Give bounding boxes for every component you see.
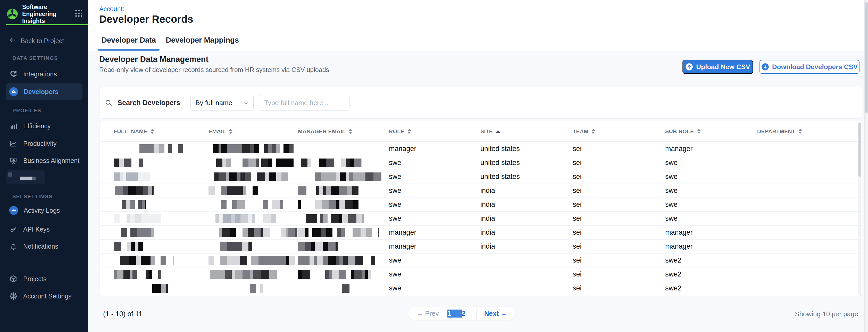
search-developers-label: Search Developers xyxy=(118,99,180,107)
page-2-button[interactable]: 2 xyxy=(462,309,476,317)
download-developers-csv-button[interactable]: Download Developers CSV xyxy=(760,60,860,74)
section-title: Developer Data Management xyxy=(99,55,209,64)
tab-developer-data[interactable]: Developer Data xyxy=(98,30,159,51)
table-scrollbar[interactable] xyxy=(858,121,861,295)
cell-full_name xyxy=(114,144,209,153)
activity-pulse-icon xyxy=(9,206,18,215)
cell-full_name xyxy=(114,186,209,195)
business-alignment-icon xyxy=(9,157,18,165)
redacted-manager_email xyxy=(298,270,371,279)
table-row: sweindiaseiswe xyxy=(99,197,862,212)
sidebar-item-projects[interactable]: Projects xyxy=(6,272,83,286)
cell-team: sei xyxy=(572,173,665,181)
app-title: Software Engineering Insights xyxy=(22,4,78,25)
upload-circle-icon xyxy=(685,63,693,71)
table-scrollbar-thumb[interactable] xyxy=(859,122,861,177)
sidebar-item-efficiency[interactable]: Efficiency xyxy=(6,119,83,133)
cell-full_name xyxy=(114,284,209,293)
column-header-team[interactable]: TEAM xyxy=(572,128,665,135)
sidebar-item-developers[interactable]: Developers xyxy=(6,83,83,100)
sidebar-item-redacted[interactable] xyxy=(6,170,45,184)
sidebar-item-business-alignment[interactable]: Business Alignment xyxy=(6,154,83,168)
sidebar-item-notifications[interactable]: Notifications xyxy=(6,239,83,253)
sidebar-item-activity-logs[interactable]: Activity Logs xyxy=(6,203,83,218)
cell-role: swe xyxy=(389,173,480,181)
column-header-email[interactable]: EMAIL xyxy=(209,128,298,135)
cell-team: sei xyxy=(572,215,665,223)
search-input[interactable] xyxy=(259,95,349,111)
sidebar-item-label: Account Settings xyxy=(23,293,72,300)
sort-icon xyxy=(798,129,802,134)
sidebar-item-label: Activity Logs xyxy=(24,207,60,214)
cell-email xyxy=(209,200,298,209)
redacted-label-block xyxy=(20,176,32,180)
page-title: Developer Records xyxy=(99,13,193,25)
redacted-email xyxy=(218,200,283,209)
cell-team: sei xyxy=(572,242,665,250)
apps-grid-icon[interactable] xyxy=(75,10,83,17)
cell-sub_role: swe xyxy=(665,187,757,195)
cell-role: swe xyxy=(389,256,480,265)
cell-team: sei xyxy=(572,228,665,237)
cell-email xyxy=(209,172,298,181)
brand-accent-line xyxy=(6,24,88,25)
redacted-email xyxy=(250,284,262,293)
upload-new-csv-button[interactable]: Upload New CSV xyxy=(682,60,753,74)
column-header-department[interactable]: DEPARTMENT xyxy=(757,128,862,135)
developers-people-icon xyxy=(9,87,18,96)
page-scrollbar-thumb[interactable] xyxy=(865,2,868,113)
table-row: managerunited statesseimanager xyxy=(99,142,862,156)
upload-button-label: Upload New CSV xyxy=(696,63,750,71)
api-keys-icon xyxy=(9,225,18,233)
pagination: ← Prev 12 Next → xyxy=(408,307,515,320)
cell-email xyxy=(209,186,298,195)
cell-role: manager xyxy=(389,145,480,153)
cell-team: sei xyxy=(572,270,665,278)
account-breadcrumb[interactable]: Account: xyxy=(99,5,124,12)
redacted-email xyxy=(209,214,284,223)
page-1-button[interactable]: 1 xyxy=(447,309,462,317)
column-header-manager_email[interactable]: MANAGER EMAIL xyxy=(298,128,389,135)
cell-manager_email xyxy=(298,242,389,251)
cell-team: sei xyxy=(572,201,665,209)
redacted-email xyxy=(209,144,293,153)
cell-site: united states xyxy=(480,159,572,167)
sidebar-item-account-settings[interactable]: Account Settings xyxy=(6,289,83,303)
column-header-full_name[interactable]: FULL_NAME xyxy=(114,128,209,135)
prev-page-button[interactable]: ← Prev xyxy=(408,307,447,320)
column-header-role[interactable]: ROLE xyxy=(389,128,480,135)
column-label: SUB ROLE xyxy=(665,128,694,135)
cell-manager_email xyxy=(298,159,389,167)
cell-team: sei xyxy=(572,284,665,292)
redacted-full_name xyxy=(114,270,161,279)
column-label: EMAIL xyxy=(209,128,226,135)
app-root: Software Engineering Insights Back to Pr… xyxy=(0,0,868,332)
cell-site: india xyxy=(480,187,572,195)
next-page-button[interactable]: Next → xyxy=(476,307,515,320)
sidebar-item-integrations[interactable]: Integrations xyxy=(6,67,83,81)
cell-manager_email xyxy=(298,270,389,279)
table-row: managerindiaseimanager xyxy=(99,225,862,239)
search-filter-select[interactable]: By full name xyxy=(190,95,254,111)
redacted-full_name xyxy=(114,256,174,265)
sidebar-item-productivity[interactable]: Productivity xyxy=(6,136,83,151)
sidebar-item-api-keys[interactable]: API Keys xyxy=(6,222,83,237)
page-scrollbar[interactable] xyxy=(864,0,868,332)
cell-manager_email xyxy=(298,228,389,237)
sei-logo-icon xyxy=(7,8,18,20)
pagination-range-label: (1 - 10) of 11 xyxy=(103,308,143,320)
column-header-sub_role[interactable]: SUB ROLE xyxy=(665,128,757,135)
column-label: DEPARTMENT xyxy=(757,128,795,135)
table-row: sweindiaseiswe xyxy=(99,184,862,197)
back-to-project-link[interactable]: Back to Project xyxy=(9,36,64,46)
cell-role: swe xyxy=(389,187,480,195)
cell-full_name xyxy=(114,159,209,167)
cell-manager_email xyxy=(298,214,389,223)
redacted-full_name xyxy=(114,200,146,209)
cell-manager_email xyxy=(298,284,389,293)
column-header-site[interactable]: SITE xyxy=(480,128,572,135)
cell-role: manager xyxy=(389,242,480,250)
cell-sub_role: swe xyxy=(665,215,757,223)
chevron-down-icon xyxy=(243,100,249,106)
tab-developer-mappings[interactable]: Developer Mappings xyxy=(162,30,243,51)
